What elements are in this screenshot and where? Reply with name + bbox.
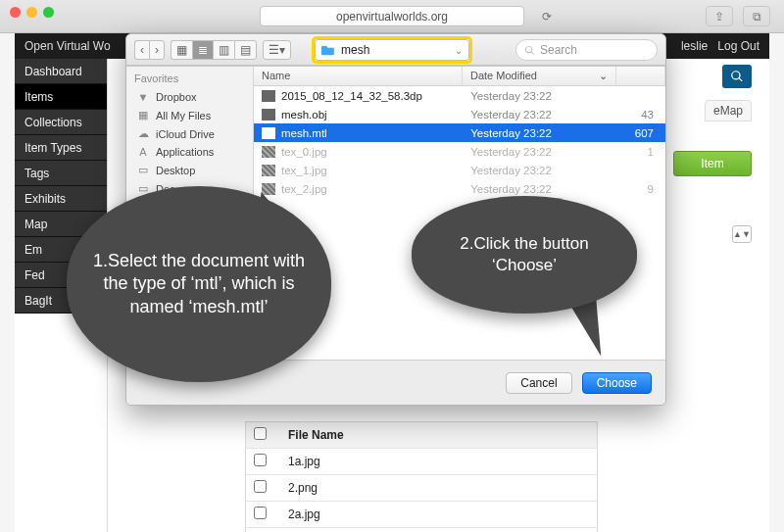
favorite-icon: ▦ [136, 109, 150, 121]
dialog-search-field[interactable]: Search [515, 39, 658, 61]
column-date[interactable]: Date Modified ⌄ [463, 67, 616, 85]
annotation-step-1: 1.Select the document with the type of ‘… [67, 186, 331, 382]
chevron-down-icon: ⌄ [599, 70, 608, 82]
nav-back-button[interactable]: ‹ [134, 40, 149, 60]
file-date: Yesterday 23:22 [463, 183, 616, 195]
file-list-header[interactable]: Name Date Modified ⌄ [254, 67, 665, 86]
file-date: Yesterday 23:22 [463, 90, 616, 102]
favorites-header: Favorites [134, 73, 245, 84]
table-row[interactable]: 2b.png [246, 528, 598, 533]
dialog-toolbar: ‹ › ▦ ≣ ▥ ▤ ☰▾ mesh ⌄ Search [126, 34, 665, 66]
row-checkbox[interactable] [254, 480, 267, 493]
file-name: tex_2.jpg [281, 183, 327, 195]
reload-icon[interactable]: ⟳ [534, 6, 559, 26]
view-coverflow-button[interactable]: ▤ [234, 40, 257, 60]
favorite-label: Applications [156, 146, 214, 158]
favorite-dropbox[interactable]: ▼Dropbox [134, 88, 245, 106]
file-icon [262, 90, 275, 102]
tabs-icon[interactable]: ⧉ [743, 6, 770, 26]
browser-toolbar: openvirtualworlds.org ⟳ ⇪ ⧉ [0, 0, 784, 33]
table-row[interactable]: 1a.jpg [246, 449, 598, 475]
file-size: 9 [616, 183, 665, 195]
favorite-label: All My Files [156, 110, 211, 121]
choose-button[interactable]: Choose [582, 372, 652, 394]
window-traffic-lights[interactable] [10, 7, 54, 18]
logout-link[interactable]: Log Out [717, 39, 760, 53]
file-name-cell: 2b.png [280, 528, 598, 533]
folder-popup[interactable]: mesh ⌄ [315, 39, 469, 61]
zoom-window-icon[interactable] [43, 7, 54, 18]
nav-back-forward[interactable]: ‹ › [134, 40, 165, 60]
favorite-desktop[interactable]: ▭Desktop [134, 161, 245, 179]
favorite-all-my-files[interactable]: ▦All My Files [134, 106, 245, 124]
nav-forward-button[interactable]: › [149, 40, 165, 60]
favorite-icon: ▼ [136, 91, 150, 103]
sidebar-item-collections[interactable]: Collections [15, 110, 107, 135]
favorite-icon: ▭ [136, 164, 150, 176]
tab-emap[interactable]: eMap [705, 100, 752, 121]
row-checkbox[interactable] [254, 507, 267, 519]
chevron-updown-icon: ⌄ [455, 45, 463, 56]
sidebar-item-dashboard[interactable]: Dashboard [15, 59, 107, 84]
file-name: 2015_08_12_14_32_58.3dp [281, 90, 422, 102]
stepper-control[interactable]: ▲▼ [732, 225, 752, 243]
view-columns-button[interactable]: ▥ [213, 40, 234, 60]
view-list-button[interactable]: ≣ [192, 40, 213, 60]
file-row[interactable]: tex_1.jpgYesterday 23:22 [254, 161, 665, 179]
search-placeholder: Search [540, 43, 577, 57]
column-date-label: Date Modified [470, 70, 537, 81]
file-size: 607 [616, 127, 665, 139]
sidebar-item-items[interactable]: Items [15, 84, 107, 110]
file-row[interactable]: mesh.objYesterday 23:2243 [254, 105, 665, 123]
file-name-cell: 1a.jpg [280, 449, 598, 475]
file-date: Yesterday 23:22 [463, 109, 616, 121]
file-icon [262, 109, 275, 121]
close-window-icon[interactable] [10, 7, 21, 18]
favorite-label: Desktop [156, 165, 195, 176]
sidebar-item-exhibits[interactable]: Exhibits [15, 186, 107, 212]
folder-name: mesh [341, 43, 369, 57]
column-name[interactable]: Name [254, 67, 463, 85]
sidebar-item-tags[interactable]: Tags [15, 161, 107, 186]
search-icon [730, 70, 744, 83]
add-item-button[interactable]: Item [673, 151, 752, 176]
file-date: Yesterday 23:22 [463, 146, 616, 158]
user-name[interactable]: leslie [681, 39, 708, 53]
favorite-icon: ☁ [136, 127, 150, 140]
file-icon [262, 146, 275, 158]
file-name-header: File Name [280, 422, 598, 449]
arrange-menu-button[interactable]: ☰▾ [263, 40, 291, 60]
attached-files-table: File Name 1a.jpg2.png2a.jpg2b.png [245, 421, 598, 532]
table-row[interactable]: 2a.jpg [246, 502, 598, 528]
annotation-step-2: 2.Click the button ‘Choose’ [412, 196, 637, 314]
select-all-checkbox[interactable] [254, 427, 267, 440]
file-name: tex_1.jpg [281, 165, 327, 176]
file-row[interactable]: mesh.mtlYesterday 23:22607 [254, 123, 665, 142]
view-mode-group[interactable]: ▦ ≣ ▥ ▤ [171, 40, 257, 60]
favorite-label: Dropbox [156, 91, 197, 103]
search-icon [524, 45, 535, 56]
share-icon[interactable]: ⇪ [706, 6, 733, 26]
file-size: 43 [616, 109, 665, 121]
address-bar[interactable]: openvirtualworlds.org [260, 6, 524, 26]
file-icon [262, 127, 275, 139]
favorite-label: iCloud Drive [156, 128, 215, 140]
favorite-applications[interactable]: AApplications [134, 143, 245, 161]
minimize-window-icon[interactable] [26, 7, 37, 18]
file-date: Yesterday 23:22 [463, 165, 616, 176]
cancel-button[interactable]: Cancel [506, 372, 571, 394]
favorite-icon: A [136, 146, 150, 158]
file-row[interactable]: 2015_08_12_14_32_58.3dpYesterday 23:22 [254, 86, 665, 105]
sidebar-item-item-types[interactable]: Item Types [15, 135, 107, 161]
row-checkbox[interactable] [254, 454, 267, 466]
table-row[interactable]: 2.png [246, 475, 598, 502]
file-row[interactable]: tex_2.jpgYesterday 23:229 [254, 179, 665, 198]
address-text: openvirtualworlds.org [336, 10, 448, 24]
file-row[interactable]: tex_0.jpgYesterday 23:221 [254, 142, 665, 161]
favorite-icloud-drive[interactable]: ☁iCloud Drive [134, 124, 245, 143]
file-size: 1 [616, 146, 665, 158]
column-size[interactable] [616, 67, 665, 85]
view-icons-button[interactable]: ▦ [171, 40, 192, 60]
file-icon [262, 165, 275, 176]
search-button[interactable] [722, 65, 752, 88]
